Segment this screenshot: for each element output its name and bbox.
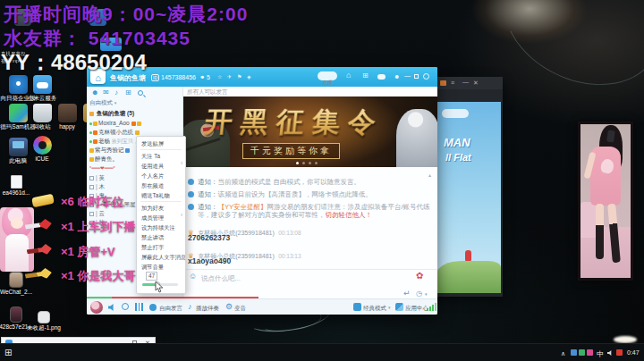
expander-icon[interactable] — [89, 185, 94, 189]
carousel-dot[interactable] — [302, 162, 305, 164]
channel-root-row[interactable]: 鱼锅的鱼塘 (5) — [89, 110, 181, 118]
avatar[interactable] — [90, 301, 103, 314]
send-icon[interactable]: ✈ — [227, 74, 232, 80]
send-options-caret-icon[interactable]: ▾ — [425, 292, 428, 297]
gamepad-icon[interactable] — [377, 74, 386, 80]
viewer-menu-icon[interactable]: ≡ — [451, 80, 454, 86]
menu-item[interactable]: 赠送Ta礼物 — [137, 190, 185, 200]
menu-item[interactable]: 设为持续关注 — [137, 222, 185, 232]
notice-icon — [188, 191, 194, 197]
icue-icon — [33, 136, 52, 155]
live-pill-label: 直播 — [323, 80, 333, 85]
tray-icon[interactable] — [571, 349, 577, 356]
mic-icon[interactable] — [122, 303, 129, 310]
poster-title-line1: MAN — [444, 136, 470, 149]
menu-item[interactable]: 使用道具› — [137, 161, 185, 171]
menu-item[interactable]: 调节音量 — [137, 262, 185, 272]
clock[interactable]: 0:47 — [627, 349, 640, 356]
member-row[interactable]: Moxira_Aoo — [89, 120, 181, 128]
medal-badge-icon — [131, 122, 136, 126]
home-tab-icon[interactable]: ⌂ — [346, 71, 351, 80]
maximize-icon[interactable] — [414, 74, 419, 79]
mode-dropdown[interactable]: 自由模式 ▾ — [89, 99, 181, 107]
menu-item[interactable]: 成员管理› — [137, 213, 185, 222]
tray-expand-icon[interactable]: ∧ — [561, 350, 565, 357]
image-file-icon-2 — [10, 306, 22, 323]
contact-icon[interactable]: ☻ — [91, 89, 98, 97]
menu-item[interactable]: 发送贴屏 — [137, 139, 185, 148]
carousel-dot[interactable] — [309, 162, 311, 164]
send-timer-icon[interactable]: ◷ — [416, 290, 422, 298]
menu-separator — [140, 201, 182, 202]
mixer-icon[interactable] — [135, 303, 143, 311]
notice-icon — [188, 204, 194, 210]
channels-icon[interactable]: ⊞ — [362, 72, 369, 80]
permission-note: 所有人可以发言 — [187, 88, 228, 97]
yy-window: ⌂ 鱼锅的鱼塘 ID 1457388456 ☻ 5 ☆ ✈ ⚑ ◈ 直播 ⌂ ⊞… — [87, 67, 437, 315]
share-icon[interactable]: ⚑ — [237, 74, 242, 80]
emoji-icon[interactable]: ☺ — [189, 273, 197, 281]
tray-icon[interactable] — [587, 349, 593, 356]
free-speech-label[interactable]: 自由发言 — [159, 305, 182, 313]
ime-indicator[interactable]: 中 — [597, 349, 604, 359]
tray-volume-icon[interactable] — [607, 350, 614, 356]
image-file-icon — [9, 272, 23, 288]
online-dot — [89, 122, 92, 125]
rose-gift-icon[interactable]: ✿ — [416, 272, 423, 281]
promo-banner[interactable]: 开黑征集令 千元奖励等你拿 — [183, 97, 437, 167]
anime-sticker — [0, 207, 34, 272]
viewer-close-icon[interactable]: ✕ — [473, 80, 479, 86]
carousel-dot[interactable] — [296, 162, 299, 164]
expander-icon[interactable] — [89, 176, 94, 180]
tray-icon[interactable] — [579, 349, 585, 356]
menu-item[interactable]: 关注 Ta — [137, 151, 185, 161]
app-center-icon — [395, 303, 403, 311]
desktop-icon-xiaomi-cloud[interactable]: 小米云服务 — [21, 75, 63, 101]
channel-id: 1457388456 — [161, 74, 196, 80]
menu-item[interactable]: 禁止讲话 — [137, 232, 185, 242]
viewer-app-icon — [440, 80, 446, 86]
chat-input[interactable]: ☺ 说点什么吧... ✿ ↵ ◷ ▾ — [183, 270, 437, 298]
user-message-text: x1aoyao490 — [188, 256, 231, 265]
menu-item[interactable]: 所在频道 — [137, 180, 185, 190]
viewer-minimize-icon[interactable]: — — [462, 79, 469, 85]
menu-item[interactable]: 屏蔽此人文字消息 — [137, 252, 185, 262]
music-icon[interactable]: ♪ — [114, 89, 118, 97]
app-center-label[interactable]: 应用中心 — [405, 305, 428, 313]
mode-caret-icon[interactable]: ▾ — [388, 306, 391, 310]
voice-change-label[interactable]: 变音 — [234, 305, 246, 313]
online-dot — [89, 140, 92, 143]
poster-ground — [436, 261, 501, 293]
send-enter-icon[interactable]: ↵ — [403, 290, 411, 298]
shield-icon[interactable]: ◈ — [247, 74, 251, 80]
notice-icon — [188, 179, 194, 185]
music-note-icon[interactable]: ♪ — [188, 303, 192, 311]
account-icon[interactable]: ☻ — [394, 73, 400, 80]
expander-icon[interactable] — [89, 212, 94, 216]
tray-icon-red[interactable] — [616, 349, 623, 356]
png-file-icon — [38, 311, 50, 323]
context-menu: 发送贴屏 关注 Ta 使用道具› 个人名片 所在频道 赠送Ta礼物 加为好友 成… — [136, 136, 186, 294]
play-accompaniment-label[interactable]: 播放伴奏 — [196, 305, 219, 313]
menu-item[interactable]: 个人名片 — [137, 171, 185, 180]
favorite-icon[interactable]: ☆ — [217, 74, 222, 80]
carousel-dot[interactable] — [315, 162, 318, 164]
desktop-icon-file1[interactable]: ea4961d... — [0, 175, 37, 196]
power-close-icon[interactable] — [423, 73, 429, 80]
overlay-yy-id: YY：48650204 — [1, 48, 147, 77]
classic-mode-label[interactable]: 经典模式 — [363, 305, 386, 313]
speaker-icon[interactable] — [108, 304, 116, 311]
live-pill[interactable]: 直播 — [318, 71, 337, 80]
mail-icon[interactable]: ✉ — [103, 89, 109, 97]
minimize-icon[interactable]: — — [404, 72, 411, 79]
apps-grid-icon[interactable]: ⊞ — [125, 89, 131, 97]
vip-badge-icon — [89, 157, 94, 162]
menu-item[interactable]: 加为好友 — [137, 203, 185, 213]
desktop-icon-file3[interactable]: 未收超-1.png — [23, 311, 64, 331]
sticker-face — [11, 218, 23, 229]
cam-chair — [580, 202, 597, 238]
desktop-icon-icue[interactable]: iCUE — [21, 136, 63, 162]
gear-icon[interactable]: ⚙ — [225, 303, 233, 311]
menu-item[interactable]: 禁止打字 — [137, 242, 185, 252]
start-button[interactable]: ⊞ — [4, 348, 12, 357]
